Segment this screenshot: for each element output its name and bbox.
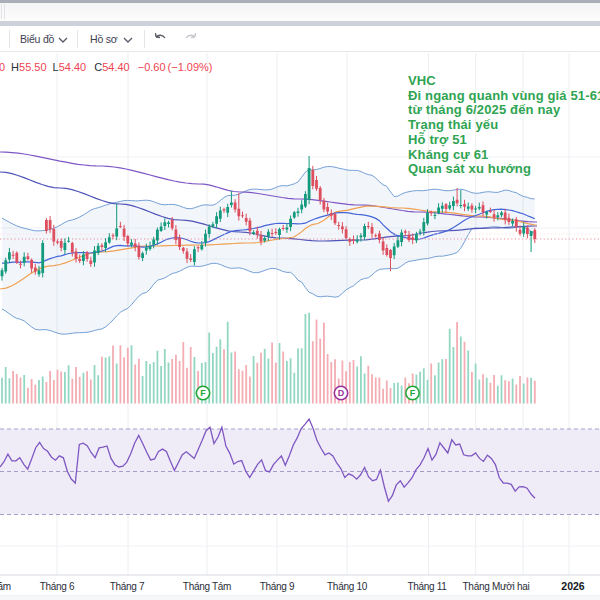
svg-text:Tháng Năm: Tháng Năm (0, 581, 11, 592)
svg-text:2026: 2026 (561, 580, 585, 592)
svg-text:Tháng 7: Tháng 7 (110, 581, 145, 592)
svg-text:D: D (338, 388, 345, 398)
svg-text:F: F (200, 388, 206, 398)
svg-text:Tháng Tám: Tháng Tám (183, 581, 231, 592)
svg-text:Tháng 11: Tháng 11 (407, 581, 447, 592)
svg-text:F: F (410, 388, 416, 398)
svg-text:Tháng 9: Tháng 9 (260, 581, 295, 592)
svg-text:Tháng 10: Tháng 10 (327, 581, 368, 592)
svg-text:Tháng Mười hai: Tháng Mười hai (463, 581, 530, 592)
svg-text:Tháng 6: Tháng 6 (40, 581, 75, 592)
